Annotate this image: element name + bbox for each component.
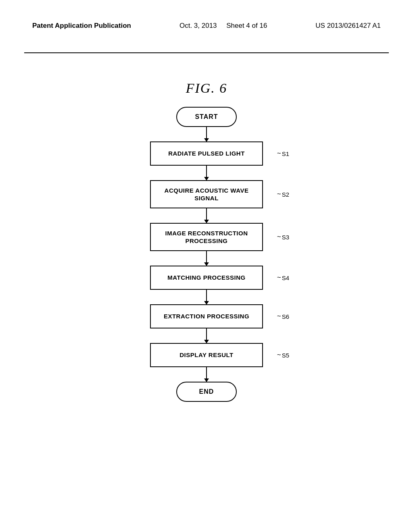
step-s6-label: EXTRACTION PROCESSING: [164, 312, 249, 320]
step-s5-label: DISPLAY RESULT: [179, 351, 233, 359]
start-label: START: [195, 113, 218, 121]
step-s2-box: ACQUIRE ACOUSTIC WAVE SIGNAL: [150, 180, 263, 208]
flowchart: START RADIATE PULSED LIGHT ~S1 ACQUIRE A…: [0, 107, 413, 402]
step-s4-number: ~S4: [277, 274, 289, 282]
step-s4-wrapper: MATCHING PROCESSING ~S4: [150, 266, 263, 290]
arrow-s1-s2: [206, 166, 207, 180]
step-s5-wrapper: DISPLAY RESULT ~S5: [150, 343, 263, 367]
step-s1-number: ~S1: [277, 150, 289, 158]
step-s3-number: ~S3: [277, 233, 289, 241]
arrow-s2-s3: [206, 208, 207, 223]
step-s2-number: ~S2: [277, 190, 289, 198]
step-s3-box: IMAGE RECONSTRUCTION PROCESSING: [150, 223, 263, 251]
header: Patent Application Publication Oct. 3, 2…: [0, 21, 413, 31]
step-s1-box: RADIATE PULSED LIGHT: [150, 141, 263, 166]
end-oval: END: [176, 382, 237, 402]
patent-number-label: US 2013/0261427 A1: [315, 21, 381, 31]
step-s4-box: MATCHING PROCESSING: [150, 266, 263, 290]
date-sheet-label: Oct. 3, 2013 Sheet 4 of 16: [179, 21, 267, 31]
step-s4-label: MATCHING PROCESSING: [167, 274, 245, 282]
step-s3-label: IMAGE RECONSTRUCTION PROCESSING: [165, 229, 248, 245]
step-s6-box: EXTRACTION PROCESSING: [150, 304, 263, 328]
patent-page: Patent Application Publication Oct. 3, 2…: [0, 0, 413, 532]
publication-label: Patent Application Publication: [32, 21, 131, 31]
date-label: Oct. 3, 2013: [179, 22, 217, 29]
arrow-s4-s6: [206, 290, 207, 304]
step-s6-wrapper: EXTRACTION PROCESSING ~S6: [150, 304, 263, 328]
step-s1-label: RADIATE PULSED LIGHT: [168, 150, 245, 158]
step-s1-wrapper: RADIATE PULSED LIGHT ~S1: [150, 141, 263, 166]
arrow-s3-s4: [206, 251, 207, 266]
step-s5-box: DISPLAY RESULT: [150, 343, 263, 367]
arrow-s5-end: [206, 367, 207, 382]
end-label: END: [199, 388, 214, 395]
start-oval: START: [176, 107, 237, 127]
step-s5-number: ~S5: [277, 351, 289, 359]
step-s2-wrapper: ACQUIRE ACOUSTIC WAVE SIGNAL ~S2: [150, 180, 263, 208]
step-s6-number: ~S6: [277, 312, 289, 320]
step-s2-label: ACQUIRE ACOUSTIC WAVE SIGNAL: [165, 187, 249, 202]
step-s3-wrapper: IMAGE RECONSTRUCTION PROCESSING ~S3: [150, 223, 263, 251]
arrow-start-s1: [206, 127, 207, 141]
header-divider: [24, 52, 389, 53]
figure-title: FIG. 6: [0, 81, 413, 96]
sheet-label: Sheet 4 of 16: [226, 22, 267, 29]
arrow-s6-s5: [206, 328, 207, 343]
